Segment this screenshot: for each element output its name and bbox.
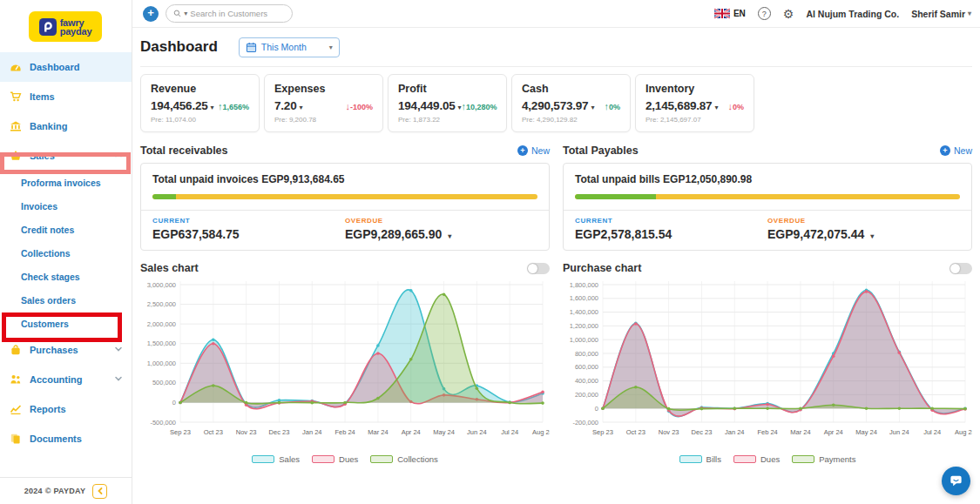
search-scope-caret-icon[interactable]: ▾ bbox=[184, 10, 187, 17]
sidebar-item-proforma-invoices[interactable]: Proforma invoices bbox=[0, 171, 132, 194]
sidebar-item-invoices[interactable]: Invoices bbox=[0, 194, 132, 218]
kpi-change: ↑0% bbox=[604, 101, 620, 111]
sales-chart-plot: 3,000,0002,500,0002,000,0001,500,0001,00… bbox=[140, 276, 550, 450]
receivables-progress-bar bbox=[152, 194, 537, 199]
kpi-previous-value: Pre: 9,200.78 bbox=[274, 116, 373, 124]
svg-text:1,600,000: 1,600,000 bbox=[570, 294, 598, 302]
svg-text:0: 0 bbox=[172, 399, 176, 407]
legend-item-dues[interactable]: Dues bbox=[312, 454, 358, 464]
copyright-text: 2024 © PAYDAY bbox=[24, 487, 86, 495]
receivables-new-button[interactable]: + New bbox=[517, 145, 550, 156]
cart-icon bbox=[10, 91, 22, 103]
svg-text:Aug 24: Aug 24 bbox=[532, 428, 550, 436]
app-window: fawrypayday DashboardItemsBankingSalesPr… bbox=[0, 0, 980, 504]
search-input[interactable] bbox=[190, 9, 285, 18]
chat-bubble-icon bbox=[949, 474, 963, 488]
svg-text:Apr 24: Apr 24 bbox=[402, 428, 421, 436]
help-icon[interactable]: ? bbox=[758, 7, 771, 20]
receivables-overdue-value[interactable]: EGP9,289,665.90 ▾ bbox=[345, 227, 537, 241]
sidebar-item-collections[interactable]: Collections bbox=[0, 241, 132, 265]
chat-support-button[interactable] bbox=[942, 467, 970, 495]
logo-wordmark: fawrypayday bbox=[60, 18, 92, 36]
svg-text:Mar 24: Mar 24 bbox=[368, 428, 388, 436]
dashboard-content: Dashboard This Month ▾ Revenue 194,456.2… bbox=[132, 28, 980, 504]
documents-icon bbox=[10, 433, 22, 445]
sidebar-nav: DashboardItemsBankingSalesProforma invoi… bbox=[0, 52, 132, 454]
purchase-chart-section: Purchase chart 1,800,0001,600,0001,400,0… bbox=[563, 251, 972, 464]
kpi-title: Expenses bbox=[274, 83, 373, 95]
kpi-previous-value: Pre: 11,074.00 bbox=[151, 116, 249, 124]
kpi-previous-value: Pre: 2,145,697.07 bbox=[645, 116, 744, 124]
sidebar-item-banking[interactable]: Banking bbox=[0, 111, 132, 141]
kpi-caret-icon[interactable]: ▾ bbox=[591, 104, 594, 111]
kpi-value: 7.20 bbox=[274, 99, 296, 112]
legend-item-dues[interactable]: Dues bbox=[733, 454, 780, 464]
plus-icon: + bbox=[940, 145, 950, 156]
receivables-progress-fill bbox=[152, 194, 176, 199]
language-selector[interactable]: EN bbox=[714, 9, 746, 18]
fawry-logo-icon bbox=[39, 18, 57, 36]
sidebar-item-customers[interactable]: Customers bbox=[0, 312, 132, 335]
receivables-current-value: EGP637,584.75 bbox=[152, 227, 345, 241]
kpi-card-inventory: Inventory 2,145,689.87 ▾ ↓0% Pre: 2,145,… bbox=[635, 74, 754, 132]
user-menu-caret-icon: ▾ bbox=[968, 10, 971, 17]
sidebar-item-accounting[interactable]: Accounting bbox=[0, 365, 132, 394]
legend-swatch bbox=[733, 455, 756, 463]
legend-item-collections[interactable]: Collections bbox=[370, 454, 437, 464]
purchase-chart-legend: Bills Dues Payments bbox=[563, 454, 972, 464]
plus-icon: + bbox=[517, 145, 528, 156]
payables-section: Total Payables + New Total unpaid bills … bbox=[563, 132, 972, 251]
quick-add-button[interactable]: + bbox=[143, 6, 159, 22]
kpi-previous-value: Pre: 4,290,129.82 bbox=[522, 116, 620, 124]
payables-card: Total unpaid bills EGP12,050,890.98 CURR… bbox=[563, 163, 972, 251]
search-box[interactable]: ▾ bbox=[166, 4, 293, 23]
legend-item-sales[interactable]: Sales bbox=[252, 454, 300, 464]
svg-text:Feb 24: Feb 24 bbox=[757, 428, 777, 436]
svg-text:3,000,000: 3,000,000 bbox=[147, 281, 176, 289]
purchase-chart-plot: 1,800,0001,600,0001,400,0001,200,0001,00… bbox=[563, 276, 972, 450]
svg-text:Sep 23: Sep 23 bbox=[170, 428, 191, 436]
sidebar-item-documents[interactable]: Documents bbox=[0, 424, 132, 454]
kpi-caret-icon[interactable]: ▾ bbox=[299, 104, 302, 111]
sidebar-item-check-stages[interactable]: Check stages bbox=[0, 265, 132, 288]
period-select[interactable]: This Month ▾ bbox=[239, 37, 340, 57]
overdue-caret-icon: ▾ bbox=[448, 232, 451, 240]
user-name: Sherif Samir bbox=[911, 9, 965, 19]
legend-item-bills[interactable]: Bills bbox=[679, 454, 721, 464]
dashboard-icon bbox=[10, 61, 22, 73]
svg-text:500,000: 500,000 bbox=[152, 379, 176, 386]
payables-progress-fill bbox=[575, 194, 656, 199]
sidebar-item-sales[interactable]: Sales bbox=[0, 141, 132, 171]
sidebar-collapse-button[interactable] bbox=[92, 484, 107, 499]
company-name: Al Nujum Trading Co. bbox=[806, 9, 899, 19]
settings-gear-icon[interactable]: ⚙ bbox=[783, 8, 794, 20]
sidebar-item-dashboard[interactable]: Dashboard bbox=[0, 52, 132, 82]
overdue-caret-icon: ▾ bbox=[870, 232, 874, 240]
sales-chart-toggle[interactable] bbox=[527, 263, 550, 274]
kpi-value: 2,145,689.87 bbox=[645, 99, 712, 112]
language-label: EN bbox=[733, 9, 746, 18]
sidebar-item-purchases[interactable]: Purchases bbox=[0, 335, 132, 365]
svg-text:Jul 24: Jul 24 bbox=[923, 428, 941, 436]
svg-text:Jan 24: Jan 24 bbox=[725, 428, 745, 436]
sidebar-item-sales-orders[interactable]: Sales orders bbox=[0, 288, 132, 312]
legend-item-payments[interactable]: Payments bbox=[792, 454, 855, 464]
app-logo[interactable]: fawrypayday bbox=[29, 11, 102, 42]
svg-text:Jul 24: Jul 24 bbox=[501, 428, 518, 436]
payables-overdue-value[interactable]: EGP9,472,075.44 ▾ bbox=[767, 227, 960, 241]
kpi-card-cash: Cash 4,290,573.97 ▾ ↑0% Pre: 4,290,129.8… bbox=[511, 74, 631, 132]
sidebar: fawrypayday DashboardItemsBankingSalesPr… bbox=[0, 0, 132, 504]
purchase-chart-toggle[interactable] bbox=[950, 263, 972, 274]
payables-new-button[interactable]: + New bbox=[940, 145, 972, 156]
kpi-caret-icon[interactable]: ▾ bbox=[211, 104, 214, 111]
svg-text:Sep 23: Sep 23 bbox=[592, 428, 613, 436]
user-menu[interactable]: Sherif Samir ▾ bbox=[911, 9, 971, 19]
sidebar-item-credit-notes[interactable]: Credit notes bbox=[0, 218, 132, 241]
kpi-caret-icon[interactable]: ▾ bbox=[714, 104, 718, 111]
main-area: + ▾ EN ? ⚙ Al Nujum Trading Co. Sherif S… bbox=[132, 0, 980, 504]
kpi-change: ↓-100% bbox=[345, 101, 373, 111]
legend-swatch bbox=[370, 455, 393, 463]
unpaid-invoices-total: Total unpaid invoices EGP9,913,684.65 bbox=[152, 173, 537, 185]
sidebar-item-reports[interactable]: Reports bbox=[0, 394, 132, 424]
sidebar-item-items[interactable]: Items bbox=[0, 82, 132, 111]
